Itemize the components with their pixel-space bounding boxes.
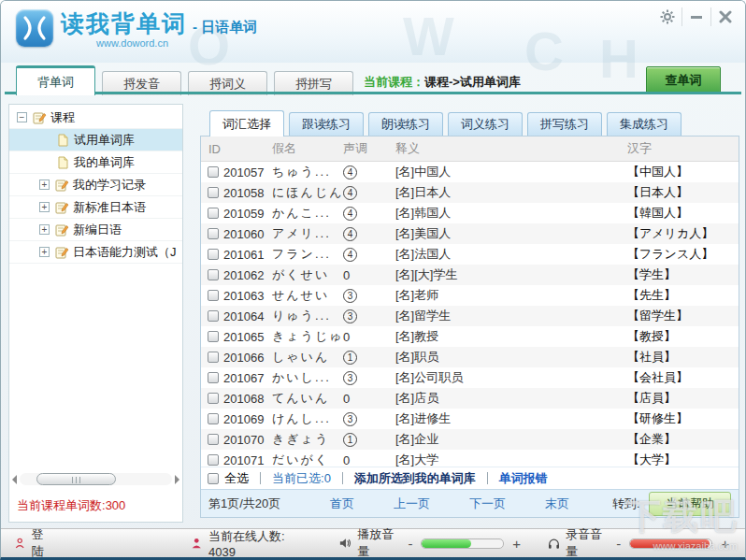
row-checkbox[interactable] (208, 372, 219, 383)
login-group[interactable]: 登陆 (14, 526, 52, 560)
column-header-假名: 假名 (272, 140, 343, 157)
row-checkbox[interactable] (208, 269, 219, 280)
row-checkbox[interactable] (208, 413, 219, 424)
word-kanji: 【留学生】 (627, 308, 739, 324)
word-kanji: 【会社員】 (627, 369, 739, 386)
word-kanji: 【学生】 (627, 266, 739, 283)
website-url: www.doword.cn (96, 37, 257, 49)
minimize-button[interactable] (682, 5, 710, 29)
file-icon (56, 155, 70, 170)
current-course-label: 当前课程： (364, 75, 424, 89)
row-checkbox[interactable] (208, 166, 219, 178)
tree-item-课程[interactable]: −课程 (9, 107, 182, 129)
course-tree: −课程试用单词库我的单词库+我的学习记录+新标准日本语+新编日语+日本语能力测试… (9, 107, 182, 264)
add-to-library-link[interactable]: 添加所选到我的单词库 (354, 470, 476, 487)
selected-count-value: 0 (324, 471, 331, 485)
record-volume-plus-button[interactable]: + (718, 536, 732, 552)
word-id: 201066 (223, 351, 272, 365)
scrollbar-thumb[interactable] (36, 473, 116, 485)
word-tone: 0 (343, 453, 395, 467)
row-checkbox[interactable] (208, 208, 219, 219)
scrollbar-track[interactable] (20, 473, 172, 485)
word-row-201067: 201067かいし...3[名]公司职员【会社員】 (201, 367, 739, 388)
row-checkbox[interactable] (208, 454, 219, 466)
tone-circled-number: 4 (343, 186, 357, 200)
row-checkbox[interactable] (208, 331, 219, 342)
tree-item-label: 我的学习记录 (73, 177, 146, 194)
tree-item-label: 课程 (50, 109, 75, 126)
word-kanji: 【研修生】 (627, 410, 739, 427)
horizontal-scrollbar[interactable] (12, 472, 179, 486)
row-checkbox[interactable] (208, 352, 219, 363)
ghost-letter: W (403, 5, 454, 67)
prev-page-link[interactable]: 上一页 (394, 495, 430, 512)
notepad-icon (54, 178, 69, 193)
practice-tab-集成练习[interactable]: 集成练习 (607, 112, 681, 136)
close-button[interactable] (711, 5, 739, 29)
word-tone: 0 (343, 330, 395, 344)
practice-tab-朗读练习[interactable]: 朗读练习 (368, 112, 443, 136)
tree-item-新标准日本语[interactable]: +新标准日本语 (9, 196, 182, 219)
expand-icon[interactable]: + (39, 179, 50, 190)
tree-item-我的学习记录[interactable]: +我的学习记录 (9, 174, 182, 196)
word-kanji: 【教授】 (627, 328, 739, 345)
play-volume-plus-button[interactable]: + (509, 536, 524, 552)
first-page-link[interactable]: 首页 (330, 495, 354, 512)
practice-tab-跟读练习[interactable]: 跟读练习 (289, 112, 364, 136)
report-error-link[interactable]: 单词报错 (499, 470, 548, 487)
app-logo-icon (16, 9, 53, 47)
scroll-right-arrow-icon[interactable] (175, 475, 179, 484)
expand-icon[interactable]: + (39, 247, 50, 257)
practice-tab-拼写练习[interactable]: 拼写练习 (527, 112, 602, 136)
word-tone: 0 (343, 392, 395, 406)
practice-tab-词义练习[interactable]: 词义练习 (448, 112, 523, 136)
selection-bar: 全选 当前已选:0 添加所选到我的单词库 单词报错 (201, 467, 739, 489)
row-checkbox[interactable] (208, 290, 219, 301)
tree-item-新编日语[interactable]: +新编日语 (9, 219, 182, 241)
row-checkbox[interactable] (208, 310, 219, 322)
word-kana: フラン... (272, 246, 343, 263)
word-kana: りゅう... (272, 308, 343, 324)
play-volume-slider[interactable] (421, 538, 504, 549)
file-icon (56, 133, 70, 148)
notepad-icon (54, 245, 69, 260)
word-meaning: [名]中国人 (395, 164, 627, 180)
select-all-checkbox[interactable] (208, 473, 219, 484)
record-volume-group: 录音音量 - + (548, 526, 732, 560)
settings-button[interactable] (653, 5, 681, 29)
top-tab-背单词[interactable]: 背单词 (16, 65, 95, 95)
row-checkbox[interactable] (208, 249, 219, 260)
tree-item-日本语能力测试（J[interactable]: +日本语能力测试（J (9, 241, 182, 264)
row-checkbox[interactable] (208, 434, 219, 445)
scroll-left-arrow-icon[interactable] (12, 475, 17, 484)
select-all-label[interactable]: 全选 (224, 470, 249, 487)
login-label[interactable]: 登陆 (31, 526, 52, 560)
divider (342, 472, 343, 484)
row-checkbox[interactable] (208, 228, 219, 239)
word-row-201061: 201061フラン...4[名]法国人【フランス人】 (201, 244, 739, 265)
expand-icon[interactable]: + (39, 202, 50, 212)
row-checkbox[interactable] (208, 187, 219, 198)
word-meaning: [名]店员 (395, 390, 627, 407)
word-kana: がくせい (272, 266, 343, 283)
search-word-button[interactable]: 查单词 (646, 66, 721, 93)
word-id: 201061 (223, 248, 272, 262)
tree-item-试用单词库[interactable]: 试用单词库 (9, 129, 182, 151)
expand-icon[interactable]: + (39, 224, 50, 235)
play-volume-minus-button[interactable]: - (405, 536, 415, 552)
row-checkbox[interactable] (208, 393, 219, 404)
tree-item-我的单词库[interactable]: 我的单词库 (9, 151, 182, 174)
word-id: 201058 (223, 186, 272, 200)
word-meaning: [名]职员 (395, 349, 627, 366)
word-tone: 1 (343, 432, 395, 447)
last-page-link[interactable]: 末页 (545, 495, 569, 512)
record-volume-slider[interactable] (629, 538, 712, 549)
notepad-icon (32, 110, 47, 125)
collapse-icon[interactable]: − (17, 112, 27, 122)
record-volume-minus-button[interactable]: - (613, 536, 624, 552)
online-count-group: 当前在线人数: 4039 (191, 528, 304, 559)
help-button[interactable]: 当前帮助 (649, 492, 731, 516)
next-page-link[interactable]: 下一页 (469, 495, 506, 512)
word-kana: きょうじゅ (272, 328, 343, 345)
practice-tab-词汇选择[interactable]: 词汇选择 (209, 110, 284, 136)
